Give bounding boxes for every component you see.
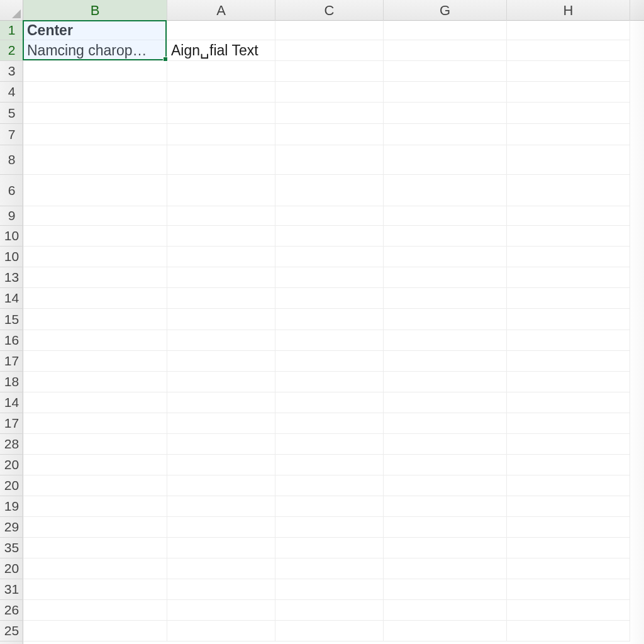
cell-A25[interactable] xyxy=(167,538,275,558)
cell-H25[interactable] xyxy=(507,538,630,558)
cell-C15[interactable] xyxy=(275,330,384,351)
cell-G22[interactable] xyxy=(384,475,507,496)
cell-A13[interactable] xyxy=(167,288,275,309)
row-header-12[interactable]: 13 xyxy=(0,267,23,288)
cell-C17[interactable] xyxy=(275,372,384,392)
row-header-1[interactable]: 1 xyxy=(0,21,23,40)
cell-A23[interactable] xyxy=(167,496,275,517)
cell-G25[interactable] xyxy=(384,538,507,558)
cell-A9[interactable] xyxy=(167,206,275,226)
cell-A16[interactable] xyxy=(167,351,275,372)
cell-G7[interactable] xyxy=(384,145,507,175)
cell-A4[interactable] xyxy=(167,82,275,103)
cell-B27[interactable] xyxy=(23,579,167,600)
cell-G28[interactable] xyxy=(384,600,507,621)
cell-B18[interactable] xyxy=(23,392,167,413)
row-header-26[interactable]: 20 xyxy=(0,558,23,579)
cell-C20[interactable] xyxy=(275,434,384,455)
cell-C10[interactable] xyxy=(275,226,384,247)
cell-A26[interactable] xyxy=(167,558,275,579)
cell-A1[interactable] xyxy=(167,21,275,40)
cell-C2[interactable] xyxy=(275,40,384,61)
cell-C22[interactable] xyxy=(275,475,384,496)
cell-G27[interactable] xyxy=(384,579,507,600)
cell-B8[interactable] xyxy=(23,175,167,206)
cell-H3[interactable] xyxy=(507,61,630,82)
cell-H18[interactable] xyxy=(507,392,630,413)
cell-B19[interactable] xyxy=(23,413,167,434)
cell-B11[interactable] xyxy=(23,247,167,267)
cell-H2[interactable] xyxy=(507,40,630,61)
row-header-29[interactable]: 25 xyxy=(0,621,23,641)
cell-H24[interactable] xyxy=(507,517,630,538)
cell-H15[interactable] xyxy=(507,330,630,351)
cell-H4[interactable] xyxy=(507,82,630,103)
cell-H11[interactable] xyxy=(507,247,630,267)
cell-B24[interactable] xyxy=(23,517,167,538)
cell-H8[interactable] xyxy=(507,175,630,206)
cell-H22[interactable] xyxy=(507,475,630,496)
row-header-20[interactable]: 28 xyxy=(0,434,23,455)
cell-H27[interactable] xyxy=(507,579,630,600)
cell-H29[interactable] xyxy=(507,621,630,641)
cell-B9[interactable] xyxy=(23,206,167,226)
row-header-8[interactable]: 6 xyxy=(0,175,23,206)
row-header-4[interactable]: 4 xyxy=(0,82,23,103)
cell-A19[interactable] xyxy=(167,413,275,434)
cell-G3[interactable] xyxy=(384,61,507,82)
cell-A10[interactable] xyxy=(167,226,275,247)
row-header-18[interactable]: 14 xyxy=(0,392,23,413)
cell-G4[interactable] xyxy=(384,82,507,103)
cell-B20[interactable] xyxy=(23,434,167,455)
cell-G23[interactable] xyxy=(384,496,507,517)
cell-G18[interactable] xyxy=(384,392,507,413)
column-header-C[interactable]: C xyxy=(275,0,384,21)
cell-G2[interactable] xyxy=(384,40,507,61)
cell-A18[interactable] xyxy=(167,392,275,413)
cell-A24[interactable] xyxy=(167,517,275,538)
cell-G14[interactable] xyxy=(384,309,507,330)
cell-C5[interactable] xyxy=(275,103,384,124)
cell-A3[interactable] xyxy=(167,61,275,82)
cell-C29[interactable] xyxy=(275,621,384,641)
column-header-H[interactable]: H xyxy=(507,0,630,21)
cell-G21[interactable] xyxy=(384,455,507,475)
cell-H9[interactable] xyxy=(507,206,630,226)
cell-H6[interactable] xyxy=(507,124,630,145)
cell-A29[interactable] xyxy=(167,621,275,641)
cell-B4[interactable] xyxy=(23,82,167,103)
row-header-11[interactable]: 10 xyxy=(0,247,23,267)
cell-G9[interactable] xyxy=(384,206,507,226)
row-header-5[interactable]: 5 xyxy=(0,103,23,124)
cell-B17[interactable] xyxy=(23,372,167,392)
cell-B29[interactable] xyxy=(23,621,167,641)
cell-C24[interactable] xyxy=(275,517,384,538)
cell-A27[interactable] xyxy=(167,579,275,600)
cell-B12[interactable] xyxy=(23,267,167,288)
cell-C11[interactable] xyxy=(275,247,384,267)
cell-H16[interactable] xyxy=(507,351,630,372)
cell-G5[interactable] xyxy=(384,103,507,124)
cell-H12[interactable] xyxy=(507,267,630,288)
cell-B6[interactable] xyxy=(23,124,167,145)
cell-B1[interactable]: Center xyxy=(23,21,167,40)
cell-C23[interactable] xyxy=(275,496,384,517)
cell-G29[interactable] xyxy=(384,621,507,641)
cell-A11[interactable] xyxy=(167,247,275,267)
cell-C28[interactable] xyxy=(275,600,384,621)
cell-C26[interactable] xyxy=(275,558,384,579)
row-header-24[interactable]: 29 xyxy=(0,517,23,538)
cell-G6[interactable] xyxy=(384,124,507,145)
fill-handle[interactable] xyxy=(163,57,168,62)
row-header-22[interactable]: 20 xyxy=(0,475,23,496)
cell-A5[interactable] xyxy=(167,103,275,124)
column-header-G[interactable]: G xyxy=(384,0,507,21)
cell-G13[interactable] xyxy=(384,288,507,309)
column-header-A[interactable]: A xyxy=(167,0,275,21)
cell-A15[interactable] xyxy=(167,330,275,351)
cell-A8[interactable] xyxy=(167,175,275,206)
row-header-9[interactable]: 9 xyxy=(0,206,23,226)
cell-C6[interactable] xyxy=(275,124,384,145)
cell-C4[interactable] xyxy=(275,82,384,103)
column-header-B[interactable]: B xyxy=(23,0,167,21)
